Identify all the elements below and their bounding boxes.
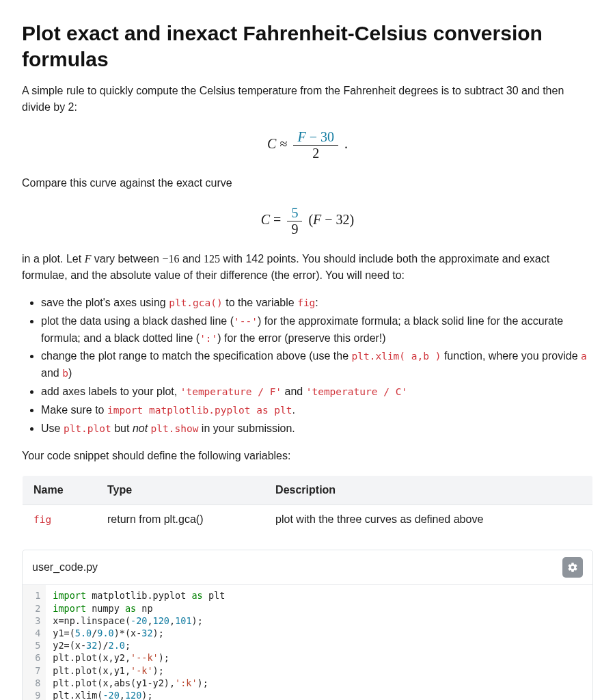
code-snippet: ':' bbox=[200, 333, 217, 344]
code-snippet: a bbox=[581, 351, 587, 362]
code-snippet: plt.plot bbox=[64, 423, 111, 434]
code-snippet: plt.show bbox=[151, 423, 199, 434]
code-snippet: 'temperature / C' bbox=[306, 386, 407, 397]
list-item: Use plt.plot but not plt.show in your su… bbox=[41, 420, 593, 438]
code-snippet: 'temperature / F' bbox=[180, 386, 282, 397]
code-snippet: plt.xlim( a,b ) bbox=[352, 351, 441, 362]
page-title: Plot exact and inexact Fahrenheit-Celsiu… bbox=[22, 21, 593, 72]
list-item: save the plot's axes using plt.gca() to … bbox=[41, 295, 593, 312]
var-desc: plot with the three curves as defined ab… bbox=[264, 505, 592, 535]
col-desc: Description bbox=[264, 476, 592, 505]
list-item: Make sure to import matplotlib.pyplot as… bbox=[41, 402, 593, 419]
compare-paragraph: Compare this curve against the exact cur… bbox=[22, 175, 593, 191]
col-name: Name bbox=[23, 476, 97, 505]
var-type: return from plt.gca() bbox=[96, 505, 264, 535]
code-snippet: import matplotlib.pyplot as plt bbox=[107, 405, 292, 416]
defines-paragraph: Your code snippet should define the foll… bbox=[22, 448, 593, 464]
code-editor: user_code.py 1 2 3 4 5 6 7 8 9 10 11 12 … bbox=[22, 550, 593, 700]
list-item: add axes labels to your plot, 'temperatu… bbox=[41, 383, 593, 401]
list-item: change the plot range to match the speci… bbox=[41, 348, 593, 382]
col-type: Type bbox=[96, 476, 264, 505]
intro-paragraph: A simple rule to quickly compute the Cel… bbox=[22, 83, 593, 116]
filename-label: user_code.py bbox=[32, 561, 98, 574]
line-gutter: 1 2 3 4 5 6 7 8 9 10 11 12 bbox=[23, 585, 46, 700]
code-area[interactable]: 1 2 3 4 5 6 7 8 9 10 11 12 import matplo… bbox=[23, 585, 592, 700]
var-name: fig bbox=[33, 514, 51, 525]
settings-button[interactable] bbox=[562, 557, 583, 578]
plot-paragraph: in a plot. Let F vary between −16 and 12… bbox=[22, 251, 593, 284]
gear-icon bbox=[567, 562, 578, 573]
code-lines[interactable]: import matplotlib.pyplot as plt import n… bbox=[46, 585, 232, 700]
code-snippet: fig bbox=[297, 297, 315, 308]
instruction-list: save the plot's axes using plt.gca() to … bbox=[22, 295, 593, 437]
code-snippet: '--' bbox=[234, 316, 258, 327]
table-row: fig return from plt.gca() plot with the … bbox=[23, 505, 593, 535]
code-snippet: b bbox=[62, 368, 68, 379]
list-item: plot the data using a black dashed line … bbox=[41, 313, 593, 347]
variables-table: Name Type Description fig return from pl… bbox=[22, 475, 593, 535]
formula-exact: C = 59 (F − 32) bbox=[22, 205, 593, 237]
formula-approx: C ≈ F − 302 . bbox=[22, 129, 593, 161]
code-snippet: plt.gca() bbox=[169, 297, 223, 308]
